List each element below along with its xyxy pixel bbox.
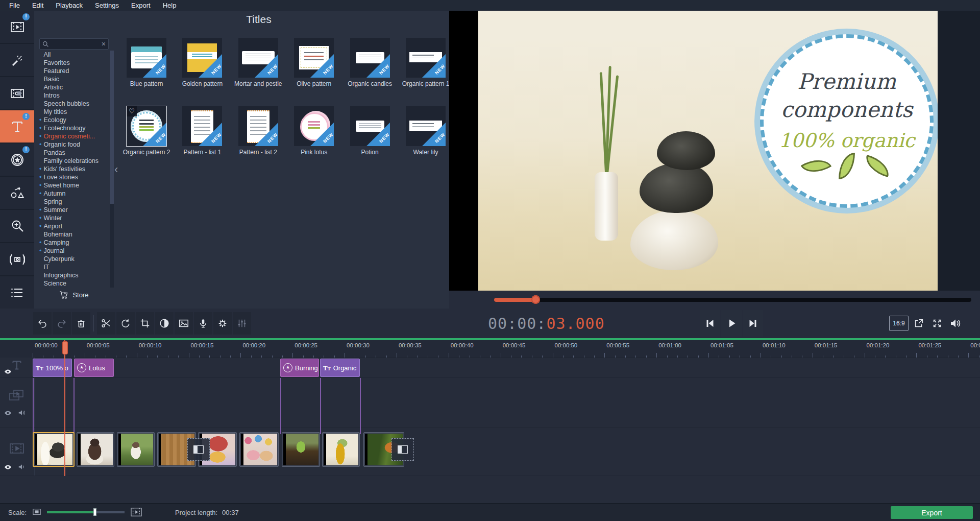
menu-item-edit[interactable]: Edit	[26, 0, 50, 11]
title-clip[interactable]: TT100% o	[33, 359, 72, 377]
collapse-panel-icon[interactable]: ‹	[114, 164, 118, 175]
video-clip[interactable]	[117, 432, 155, 467]
title-thumbnail[interactable]: NEW	[406, 38, 446, 78]
redo-button[interactable]	[53, 312, 71, 335]
title-thumbnail[interactable]: NEW	[406, 106, 446, 146]
transition-placeholder[interactable]	[187, 438, 210, 461]
sidebar-item-media-import[interactable]: !	[0, 11, 34, 44]
category-ecotechnology[interactable]: •Ecotechnology	[39, 124, 110, 132]
sidebar-item-titles[interactable]: !	[0, 110, 34, 144]
title-item[interactable]: NEW♡Organic pattern 2	[121, 106, 172, 156]
category-camping[interactable]: •Camping	[39, 239, 110, 247]
sidebar-item-stickers[interactable]: !	[0, 144, 34, 177]
menu-item-playback[interactable]: Playback	[50, 0, 89, 11]
category-journal[interactable]: •Journal	[39, 247, 110, 255]
title-item[interactable]: NEWGolden pattern	[177, 38, 228, 87]
undo-button[interactable]	[33, 312, 52, 335]
title-thumbnail[interactable]: NEW♡	[127, 106, 166, 146]
eye-icon[interactable]	[4, 368, 12, 375]
menu-item-export[interactable]: Export	[125, 0, 157, 11]
crop-button[interactable]	[136, 312, 154, 335]
video-clip[interactable]	[239, 432, 279, 467]
category-artistic[interactable]: •Artistic	[39, 83, 110, 91]
category-family-celebrations[interactable]: •Family celebrations	[39, 157, 110, 165]
category-bohemian[interactable]: •Bohemian	[39, 230, 110, 239]
title-thumbnail[interactable]: NEW	[238, 106, 278, 146]
title-clip[interactable]: TTOrganic	[320, 359, 360, 377]
sidebar-item-transitions[interactable]	[0, 77, 34, 110]
category-autumn[interactable]: •Autumn	[39, 190, 110, 198]
sidebar-item-capture[interactable]	[0, 243, 34, 276]
cut-button[interactable]	[97, 312, 115, 335]
sidebar-item-montage[interactable]	[0, 276, 34, 310]
title-item[interactable]: NEWMortar and pestle	[233, 38, 284, 87]
zoom-in-filmstrip-icon[interactable]	[130, 507, 142, 517]
category-airport[interactable]: •Airport	[39, 222, 110, 230]
title-thumbnail[interactable]: NEW	[127, 38, 166, 78]
title-item[interactable]: NEWOrganic pattern 1	[400, 38, 449, 87]
sidebar-item-filters[interactable]	[0, 44, 34, 77]
export-button[interactable]: Export	[891, 506, 973, 519]
category-scrollbar[interactable]	[110, 51, 114, 288]
category-pandas[interactable]: •Pandas	[39, 149, 110, 157]
title-thumbnail[interactable]: NEW	[238, 38, 278, 78]
menu-item-file[interactable]: File	[3, 0, 26, 11]
title-thumbnail[interactable]: NEW	[182, 38, 222, 78]
category-sweet-home[interactable]: •Sweet home	[39, 181, 110, 190]
sidebar-item-callouts[interactable]	[0, 177, 34, 210]
sidebar-item-pan-zoom[interactable]	[0, 210, 34, 243]
category-it[interactable]: •IT	[39, 263, 110, 271]
category-winter[interactable]: •Winter	[39, 214, 110, 222]
store-button[interactable]: Store	[39, 288, 109, 301]
title-item[interactable]: NEWBlue pattern	[121, 38, 172, 87]
search-input[interactable]	[51, 40, 102, 48]
category-speech-bubbles[interactable]: •Speech bubbles	[39, 100, 110, 108]
slider-handle[interactable]	[93, 508, 96, 516]
transition-placeholder[interactable]	[391, 438, 414, 461]
title-item[interactable]: NEWPattern - list 1	[177, 106, 228, 156]
playhead-marker[interactable]	[62, 341, 68, 354]
category-science[interactable]: •Science	[39, 279, 110, 288]
category-organic-cosmeti-[interactable]: •Organic cosmeti...	[39, 132, 110, 140]
eye-icon[interactable]	[4, 464, 12, 470]
menu-item-settings[interactable]: Settings	[89, 0, 125, 11]
previous-frame-button[interactable]	[700, 310, 720, 337]
mute-icon[interactable]	[18, 409, 26, 416]
undock-player-button[interactable]	[910, 310, 927, 337]
category-basic[interactable]: •Basic	[39, 75, 110, 83]
category-organic-food[interactable]: •Organic food	[39, 140, 110, 149]
title-thumbnail[interactable]: NEW	[294, 106, 334, 146]
category-spring[interactable]: •Spring	[39, 198, 110, 206]
category-cyberpunk[interactable]: •Cyberpunk	[39, 255, 110, 263]
title-thumbnail[interactable]: NEW	[350, 106, 390, 146]
color-button[interactable]	[155, 312, 174, 335]
playhead[interactable]	[64, 340, 65, 476]
volume-button[interactable]	[947, 310, 964, 337]
title-item[interactable]: NEWOrganic candles	[345, 38, 396, 87]
video-clip[interactable]	[77, 432, 114, 467]
mute-icon[interactable]	[18, 463, 26, 470]
title-item[interactable]: NEWPattern - list 2	[233, 106, 284, 156]
voice-button[interactable]	[194, 312, 212, 335]
scrollbar-thumb[interactable]	[110, 51, 114, 204]
settings-button[interactable]	[213, 312, 232, 335]
timeline-ruler[interactable]: 00:00:0000:00:0500:00:1000:00:1500:00:20…	[0, 340, 980, 358]
aspect-ratio-button[interactable]: 16:9	[889, 316, 909, 331]
video-clip[interactable]	[33, 432, 75, 467]
rotate-button[interactable]	[116, 312, 135, 335]
category-ecology[interactable]: •Ecology	[39, 116, 110, 124]
category-favorites[interactable]: •Favorites	[39, 59, 110, 67]
video-clip[interactable]	[282, 432, 320, 467]
title-item[interactable]: NEWPotion	[345, 106, 396, 156]
category-intros[interactable]: •Intros	[39, 91, 110, 100]
category-featured[interactable]: •Featured	[39, 67, 110, 75]
title-thumbnail[interactable]: NEW	[294, 38, 334, 78]
category-my-titles[interactable]: •My titles	[39, 108, 110, 116]
menu-item-help[interactable]: Help	[157, 0, 183, 11]
properties-button[interactable]	[233, 312, 251, 335]
play-button[interactable]	[721, 310, 742, 337]
title-clip[interactable]: ★Lotus	[74, 359, 114, 377]
category-love-stories[interactable]: •Love stories	[39, 173, 110, 181]
video-clip[interactable]	[322, 432, 360, 467]
title-thumbnail[interactable]: NEW	[182, 106, 222, 146]
